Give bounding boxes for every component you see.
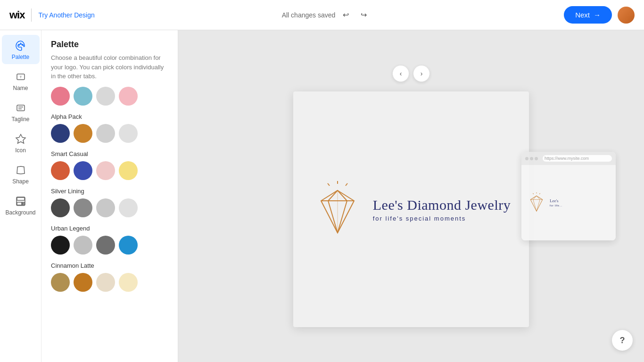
color-swatch-4-0[interactable] (51, 236, 70, 255)
color-swatch-2-1[interactable] (74, 161, 92, 180)
color-swatch-5-3[interactable] (119, 273, 138, 292)
svg-line-24 (533, 193, 533, 194)
color-swatch-1-0[interactable] (51, 124, 70, 143)
logo-sub-text: for life's special moments (373, 215, 511, 222)
palette-group-5: Cinnamon Latte (51, 262, 168, 292)
sidebar-item-palette[interactable]: Palette (2, 35, 40, 64)
palette-group-0 (51, 87, 168, 106)
prev-arrow-button[interactable]: ‹ (392, 65, 409, 82)
logo-area: wix (9, 9, 25, 21)
help-button[interactable]: ? (612, 330, 633, 351)
svg-line-12 (346, 183, 347, 186)
color-swatch-4-3[interactable] (119, 236, 138, 255)
sidebar-item-tagline[interactable]: Tagline (2, 97, 40, 126)
palette-group-name-5: Cinnamon Latte (51, 262, 168, 269)
browser-bar: https://www.mysite.com (521, 152, 616, 165)
palette-panel: Palette Choose a beautiful color combina… (41, 30, 178, 362)
sidebar-label-tagline: Tagline (11, 116, 29, 123)
color-swatch-2-0[interactable] (51, 161, 70, 180)
color-swatch-2-2[interactable] (96, 161, 115, 180)
header-center: All changes saved ↩ ↪ (95, 8, 558, 23)
icon-sidebar: Palette T Name Tagline (0, 30, 41, 362)
color-swatch-3-3[interactable] (119, 198, 138, 217)
color-swatch-0-3[interactable] (119, 87, 138, 106)
browser-content: Lee's for life... (521, 165, 616, 240)
svg-rect-5 (17, 105, 25, 111)
next-button[interactable]: Next → (564, 6, 612, 24)
logo-text-group: Lee's Diamond Jewelry for life's special… (373, 197, 511, 222)
next-arrow-icon: → (594, 11, 601, 19)
wix-logo: wix (9, 9, 25, 21)
palette-group-1: Alpha Pack (51, 113, 168, 143)
diamond-icon (312, 181, 363, 238)
undo-button[interactable]: ↩ (338, 8, 353, 23)
color-swatch-5-1[interactable] (74, 273, 92, 292)
color-swatch-4-1[interactable] (74, 236, 92, 255)
sidebar-item-background[interactable]: Background (2, 190, 40, 220)
palette-group-2: Smart Casual (51, 150, 168, 180)
color-swatch-2-3[interactable] (119, 161, 138, 180)
canvas-area: ‹ › (178, 30, 644, 362)
icon-icon (15, 133, 27, 145)
save-status: All changes saved (282, 11, 336, 19)
browser-dot-1 (525, 157, 528, 160)
color-swatches-3 (51, 198, 168, 217)
palette-group-3: Silver Lining (51, 188, 168, 217)
color-swatch-3-1[interactable] (74, 198, 92, 217)
mini-main-text: Lee's (550, 198, 562, 203)
nav-arrows: ‹ › (392, 65, 430, 82)
palette-group-name-4: Urban Legend (51, 225, 168, 232)
sidebar-label-shape: Shape (12, 178, 29, 185)
svg-marker-8 (16, 134, 25, 143)
sidebar-label-background: Background (5, 209, 35, 216)
palette-group-name-1: Alpha Pack (51, 113, 168, 120)
sidebar-label-name: Name (13, 85, 28, 91)
browser-dot-3 (535, 157, 538, 160)
avatar[interactable] (618, 7, 635, 24)
header-divider (31, 8, 32, 22)
svg-point-1 (22, 44, 23, 46)
try-another-design-button[interactable]: Try Another Design (38, 11, 94, 19)
svg-point-0 (18, 44, 20, 46)
svg-text:T: T (19, 75, 22, 79)
shape-icon (15, 164, 27, 176)
redo-button[interactable]: ↪ (356, 8, 371, 23)
browser-url: https://www.mysite.com (543, 155, 612, 162)
name-icon: T (15, 71, 27, 83)
color-swatches-0 (51, 87, 168, 106)
browser-dot-2 (530, 157, 533, 160)
palette-icon (15, 40, 27, 52)
color-swatch-0-0[interactable] (51, 87, 70, 106)
palette-header: Palette Choose a beautiful color combina… (41, 30, 178, 87)
color-swatches-2 (51, 161, 168, 180)
color-swatch-0-2[interactable] (96, 87, 115, 106)
svg-line-25 (539, 193, 540, 194)
color-swatches-4 (51, 236, 168, 255)
browser-preview: https://www.mysite.com Lee's (521, 152, 616, 240)
palette-description: Choose a beautiful color combination for… (51, 53, 168, 81)
color-swatch-5-2[interactable] (96, 273, 115, 292)
color-swatch-3-0[interactable] (51, 198, 70, 217)
sidebar-item-icon[interactable]: Icon (2, 128, 40, 157)
next-label: Next (575, 11, 590, 19)
mini-sub-text: for life... (550, 204, 562, 207)
tagline-icon (15, 102, 27, 114)
svg-point-2 (20, 43, 21, 44)
mini-text-group: Lee's for life... (550, 198, 562, 207)
palette-group-4: Urban Legend (51, 225, 168, 255)
palette-group-name-2: Smart Casual (51, 150, 168, 157)
color-swatch-1-2[interactable] (96, 124, 115, 143)
next-arrow-button[interactable]: › (413, 65, 430, 82)
sidebar-item-name[interactable]: T Name (2, 66, 40, 95)
color-swatch-5-0[interactable] (51, 273, 70, 292)
color-swatch-1-3[interactable] (119, 124, 138, 143)
sidebar-label-icon: Icon (15, 147, 26, 154)
sidebar-item-shape[interactable]: Shape (2, 159, 40, 189)
color-swatch-4-2[interactable] (96, 236, 115, 255)
color-swatch-3-2[interactable] (96, 198, 115, 217)
color-swatch-1-1[interactable] (74, 124, 92, 143)
logo-canvas: Lee's Diamond Jewelry for life's special… (293, 91, 529, 327)
browser-dots (525, 157, 538, 160)
color-swatch-0-1[interactable] (74, 87, 92, 106)
color-swatches-5 (51, 273, 168, 292)
